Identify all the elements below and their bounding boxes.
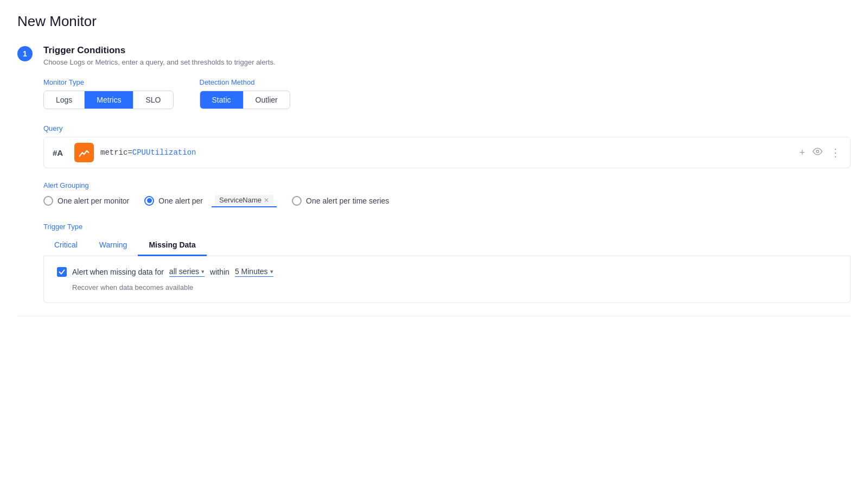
minutes-chevron-icon: ▾ — [270, 268, 273, 275]
monitor-detection-row: Monitor Type Logs Metrics SLO Detection … — [43, 78, 851, 109]
section-content: Trigger Conditions Choose Logs or Metric… — [43, 45, 851, 303]
tag-close-icon[interactable]: ✕ — [264, 196, 269, 204]
detection-method-label: Detection Method — [200, 78, 290, 86]
alert-grouping-label: Alert Grouping — [43, 181, 851, 189]
svg-point-0 — [816, 150, 819, 153]
tab-missing-data[interactable]: Missing Data — [138, 235, 206, 256]
radio-circle-per-series — [292, 196, 302, 206]
radio-circle-per-monitor — [43, 196, 53, 206]
trigger-type-section: Trigger Type Critical Warning Missing Da… — [43, 223, 851, 303]
missing-data-row: Alert when missing data for all series ▾… — [57, 267, 837, 277]
query-row-label: #A — [53, 148, 68, 157]
trigger-type-label: Trigger Type — [43, 223, 851, 231]
query-row: #A metric=CPUUtilization + ⋮ — [43, 137, 851, 168]
all-series-value: all series — [169, 267, 199, 276]
detection-static-btn[interactable]: Static — [200, 91, 244, 109]
radio-label-per-monitor: One alert per monitor — [58, 196, 129, 205]
trending-up-icon — [79, 147, 90, 158]
query-section: Query #A metric=CPUUtilization + ⋮ — [43, 124, 851, 168]
all-series-chevron-icon: ▾ — [201, 268, 205, 275]
monitor-type-toggle-group: Logs Metrics SLO — [43, 91, 174, 109]
radio-label-per-series: One alert per time series — [306, 196, 389, 205]
service-name-tag: ServiceName ✕ — [215, 195, 273, 205]
tag-input[interactable]: ServiceName ✕ — [212, 194, 277, 207]
step-badge: 1 — [17, 46, 33, 61]
divider — [17, 316, 851, 316]
detection-outlier-btn[interactable]: Outlier — [244, 91, 290, 109]
monitor-type-group: Monitor Type Logs Metrics SLO — [43, 78, 174, 109]
tab-critical[interactable]: Critical — [43, 235, 88, 256]
within-text: within — [210, 268, 229, 276]
alert-grouping-section: Alert Grouping One alert per monitor One… — [43, 181, 851, 207]
section-title: Trigger Conditions — [43, 45, 851, 56]
recover-text: Recover when data becomes available — [72, 283, 837, 291]
radio-per-series[interactable]: One alert per time series — [292, 196, 389, 206]
trigger-content: Alert when missing data for all series ▾… — [43, 256, 851, 303]
radio-per-monitor[interactable]: One alert per monitor — [43, 196, 129, 206]
radio-per-group[interactable]: One alert per ServiceName ✕ — [144, 194, 277, 207]
query-text[interactable]: metric=CPUUtilization — [100, 148, 793, 157]
trigger-tabs: Critical Warning Missing Data — [43, 235, 851, 256]
trigger-conditions-section: 1 Trigger Conditions Choose Logs or Metr… — [17, 45, 851, 303]
radio-label-per-group: One alert per — [158, 196, 203, 205]
detection-method-toggle-group: Static Outlier — [200, 91, 290, 109]
query-metric-icon — [74, 143, 94, 162]
radio-circle-per-group — [144, 196, 154, 206]
all-series-dropdown[interactable]: all series ▾ — [169, 267, 205, 277]
detection-method-group: Detection Method Static Outlier — [200, 78, 290, 109]
query-metric-value: CPUUtilization — [132, 148, 196, 157]
query-label: Query — [43, 124, 851, 132]
more-options-icon[interactable]: ⋮ — [830, 146, 841, 159]
page-title: New Monitor — [17, 13, 851, 30]
section-subtitle: Choose Logs or Metrics, enter a query, a… — [43, 58, 851, 66]
eye-icon[interactable] — [813, 147, 822, 158]
radio-group: One alert per monitor One alert per Serv… — [43, 194, 851, 207]
monitor-type-slo-btn[interactable]: SLO — [133, 91, 173, 109]
missing-data-checkbox[interactable] — [57, 267, 67, 277]
minutes-value: 5 Minutes — [235, 267, 268, 276]
alert-when-text: Alert when missing data for — [72, 268, 164, 276]
query-actions: + ⋮ — [799, 146, 841, 159]
checkmark-icon — [59, 269, 65, 275]
tag-value: ServiceName — [219, 196, 261, 204]
add-query-icon[interactable]: + — [799, 147, 805, 158]
monitor-type-logs-btn[interactable]: Logs — [44, 91, 85, 109]
tab-warning[interactable]: Warning — [88, 235, 138, 256]
monitor-type-metrics-btn[interactable]: Metrics — [85, 91, 133, 109]
minutes-dropdown[interactable]: 5 Minutes ▾ — [235, 267, 273, 277]
monitor-type-label: Monitor Type — [43, 78, 174, 86]
